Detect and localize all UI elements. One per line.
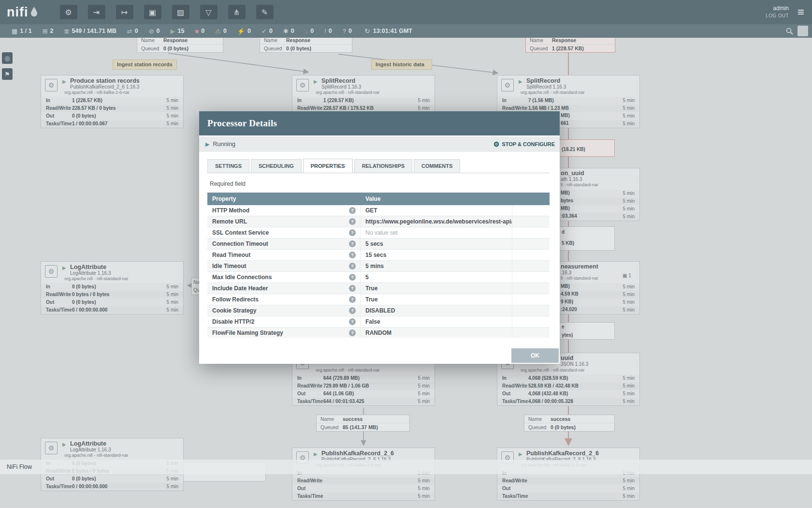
property-value: 5 secs xyxy=(361,239,512,249)
connection-label[interactable]: NameResponseQueued0 (0 bytes) xyxy=(260,36,352,53)
help-icon[interactable]: ? xyxy=(349,318,356,325)
property-row: FlowFile Naming Strategy?RANDOM xyxy=(207,328,550,338)
help-icon[interactable]: ? xyxy=(349,296,356,303)
connection-label[interactable]: NamesuccessQueued85 (141.37 MB) xyxy=(316,415,410,432)
dialog-tabs: SETTINGSSCHEDULINGPROPERTIESRELATIONSHIP… xyxy=(207,159,550,173)
help-icon[interactable]: ? xyxy=(349,229,356,236)
toolbar-funnel-button[interactable]: ▽ xyxy=(200,5,218,19)
help-icon[interactable]: ? xyxy=(349,307,356,314)
toolbar-label-button[interactable]: ✎ xyxy=(256,5,274,19)
text-fragment: e xyxy=(562,324,565,329)
processor-produce-station-records[interactable]: ⚙▶Produce station recordsPublishKafkaRec… xyxy=(41,75,184,128)
status-disabled: ⚡0 xyxy=(237,28,251,35)
processor-stat-row: Read/Write729.89 MB / 1.06 GB5 min xyxy=(292,382,435,390)
text-fragment: .16.3 xyxy=(561,270,571,275)
cluster-icon: ▦ xyxy=(12,28,17,35)
processor-icon: ⚙ xyxy=(45,442,58,454)
processor-state-bar: ▶ Running ⚙ STOP & CONFIGURE xyxy=(199,136,560,152)
connection-label[interactable]: NamesuccessQueued0 (0 bytes) xyxy=(524,415,615,432)
running-icon: ▶ xyxy=(171,28,175,35)
dialog-title: Processor Details xyxy=(199,111,560,135)
processor-stat-row: Tasks/Time5 min xyxy=(292,493,435,500)
not-transmitting-icon: ⊘ xyxy=(149,28,154,35)
connection-label[interactable]: NameResponseQueued1 (228.57 KB) xyxy=(525,36,615,53)
text-fragment: 4.59 KB xyxy=(561,291,579,297)
processor-type: LogAttribute 1.16.3 xyxy=(70,447,111,452)
text-fragment: MB) xyxy=(561,284,570,289)
property-row: Connection Timeout?5 secs xyxy=(207,239,550,250)
toolbar-remote-process-group-button[interactable]: ▨ xyxy=(172,5,189,19)
toolbar-process-group-button[interactable]: ▣ xyxy=(144,5,161,19)
tab-settings[interactable]: SETTINGS xyxy=(207,159,249,173)
property-row: HTTP Method?GET xyxy=(207,205,550,216)
ok-button[interactable]: OK xyxy=(511,348,559,363)
toolbar-input-port-button[interactable]: ⇥ xyxy=(88,5,105,19)
toolbar-processor-button[interactable]: ⚙ xyxy=(60,5,77,19)
property-name: SSL Context Service xyxy=(212,229,269,236)
processor-bundle: org.apache.nifi - nifi-standard-nar xyxy=(316,368,380,373)
flow-label[interactable]: Ingest station records xyxy=(113,60,177,70)
navigate-palette-toggle[interactable]: ◎ xyxy=(2,52,13,64)
tab-properties[interactable]: PROPERTIES xyxy=(303,159,353,173)
text-fragment: MB) xyxy=(561,113,570,118)
stop-configure-icon: ⚙ xyxy=(493,140,500,148)
flow-label[interactable]: Ingest historic data xyxy=(371,60,432,70)
help-icon[interactable]: ? xyxy=(349,207,356,214)
property-value: True xyxy=(361,283,512,294)
connection-label[interactable] xyxy=(559,226,615,251)
status-running-value: 15 xyxy=(178,28,185,34)
processor-publishkafkarecord-2-6[interactable]: ⚙▶PublishKafkaRecord_2_6PublishKafkaReco… xyxy=(497,448,640,501)
logo-text: nifi xyxy=(7,6,29,19)
processor-stat-row: In0 (0 bytes)5 min xyxy=(41,283,183,291)
refresh-icon[interactable]: ↻ xyxy=(364,27,370,35)
help-icon[interactable]: ? xyxy=(349,263,356,269)
property-name: FlowFile Naming Strategy xyxy=(212,329,283,336)
operate-palette-toggle[interactable]: ⚑ xyxy=(2,68,13,80)
help-icon[interactable]: ? xyxy=(349,274,356,281)
connection-label[interactable]: NameResponseQueued0 (0 bytes) xyxy=(137,36,223,53)
tab-relationships[interactable]: RELATIONSHIPS xyxy=(354,159,412,173)
tab-comments[interactable]: COMMENTS xyxy=(414,159,460,173)
tab-scheduling[interactable]: SCHEDULING xyxy=(251,159,302,173)
stop-and-configure-button[interactable]: ⚙ STOP & CONFIGURE xyxy=(493,140,555,148)
property-value: No value set xyxy=(361,227,512,238)
status-locally-modified-stale: !0 xyxy=(324,28,332,35)
help-icon[interactable]: ? xyxy=(349,240,356,247)
processor-publishkafkarecord-2-6[interactable]: ⚙▶PublishKafkaRecord_2_6PublishKafkaReco… xyxy=(292,448,435,501)
toolbar-output-port-button[interactable]: ↦ xyxy=(116,5,133,19)
property-name: Cookie Strategy xyxy=(212,307,256,314)
property-row: Read Timeout?15 secs xyxy=(207,250,550,261)
nifi-app: ◎⚑Ingest station recordsIngest historic … xyxy=(0,0,812,508)
help-icon[interactable]: ? xyxy=(349,329,356,336)
processor-stat-row: In644 (729.89 MB)5 min xyxy=(292,374,435,382)
panel-toggle-button[interactable] xyxy=(798,26,808,36)
processor-icon: ⚙ xyxy=(65,8,72,17)
processor-logattribute[interactable]: ⚙▶LogAttributeLogAttribute 1.16.3org.apa… xyxy=(41,261,184,314)
text-fragment: :03.364 xyxy=(561,213,577,219)
help-icon[interactable]: ? xyxy=(349,218,356,225)
processor-icon: ⚙ xyxy=(45,79,58,91)
help-icon[interactable]: ? xyxy=(349,285,356,292)
text-fragment: bytes xyxy=(561,198,573,203)
breadcrumb-item-root[interactable]: NiFi Flow xyxy=(7,463,32,470)
processor-stat-row: Tasks/Time0 / 00:00:00.0005 min xyxy=(41,483,183,491)
status-sync-failure-value: 0 xyxy=(348,28,352,34)
help-icon[interactable]: ? xyxy=(349,252,356,258)
status-running: ▶15 xyxy=(171,28,185,35)
status-stale-value: 0 xyxy=(310,28,314,34)
property-row: Disable HTTP/2?False xyxy=(207,316,550,328)
global-menu-icon[interactable]: ≡ xyxy=(798,5,804,19)
template-icon: ⋔ xyxy=(233,8,240,17)
property-value: GET xyxy=(361,205,512,216)
processor-name: PublishKafkaRecord_2_6 xyxy=(526,450,599,457)
flow-status-bar: ▦1 / 1⊞2≣549 / 141.71 MB⇄0⊘0▶15■0⚠0⚡0✔0✱… xyxy=(0,24,812,38)
status-stopped: ■0 xyxy=(195,28,204,35)
status-cluster: ▦1 / 1 xyxy=(12,28,32,35)
processor-stat-row: Out0 (0 bytes)5 min xyxy=(41,112,183,120)
logout-link[interactable]: LOG OUT xyxy=(766,13,789,20)
run-state-icon: ▶ xyxy=(62,265,66,270)
processor-stat-row: Read/Write5 min xyxy=(292,477,435,485)
search-icon[interactable] xyxy=(786,28,793,35)
toolbar-template-button[interactable]: ⋔ xyxy=(228,5,246,19)
processor-bundle: org.apache.nifi - nifi-standard-nar xyxy=(521,90,585,95)
